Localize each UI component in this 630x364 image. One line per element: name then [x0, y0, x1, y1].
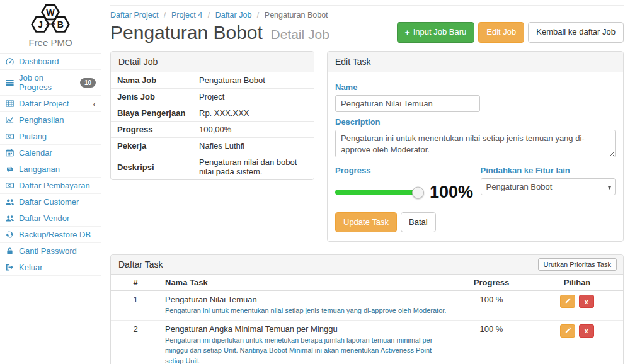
signout-icon: [5, 263, 14, 272]
retweet-icon: [5, 164, 14, 174]
sidebar-item-daftar-pembayaran[interactable]: Daftar Pembayaran: [0, 178, 101, 194]
column-pilihan: Pilihan: [531, 275, 623, 291]
money-icon: [5, 181, 14, 190]
sidebar-item-langganan[interactable]: Langganan: [0, 161, 101, 178]
delete-x-icon: x: [585, 327, 588, 334]
sidebar-item-keluar[interactable]: Keluar: [0, 259, 101, 276]
table-icon: [5, 99, 14, 108]
breadcrumb-current: Pengaturan Bobot: [265, 11, 328, 20]
detail-row-biaya-pengerjaan: Biaya Pengerjaan Rp. XXX.XXX: [111, 105, 314, 122]
dashboard-icon: [5, 57, 14, 66]
task-num: 1: [111, 291, 160, 321]
column-progress: Progress: [452, 275, 531, 291]
progress-value: 100%: [430, 183, 473, 202]
plus-icon: +: [405, 28, 410, 37]
progress-label: Progress: [335, 166, 476, 175]
tasks-icon: [5, 78, 14, 88]
task-table: # Nama Task Progress Pilihan 1 Pengatura…: [111, 275, 623, 364]
sidebar-item-label: Backup/Restore DB: [19, 230, 91, 239]
sidebar-item-dashboard[interactable]: Dashboard: [0, 54, 101, 70]
sidebar-item-daftar-vendor[interactable]: Daftar Vendor: [0, 210, 101, 227]
progress-row: Progress 100% Pindahkan ke Fitur lain: [335, 161, 616, 202]
svg-text:J: J: [38, 20, 43, 30]
brand-name: Free PMO: [0, 37, 101, 48]
edit-task-row-button[interactable]: [560, 324, 575, 338]
edit-job-button[interactable]: Edit Job: [478, 22, 524, 42]
page-header: Pengaturan Bobot Detail Job + Input Job …: [110, 22, 624, 43]
sidebar-item-job-on-progress[interactable]: Job on Progress 10: [0, 70, 101, 96]
sidebar-item-daftar-project[interactable]: Daftar Project ‹: [0, 96, 101, 112]
task-description: Pengaturan ini untuk menentukan nilai se…: [165, 305, 447, 316]
detail-value: Rp. XXX.XXX: [193, 105, 314, 122]
job-count-badge: 10: [80, 78, 96, 88]
task-name-input[interactable]: [335, 95, 480, 112]
name-label: Name: [335, 82, 616, 92]
task-row: 1 Pengaturan Nilai Temuan Pengaturan ini…: [111, 291, 623, 321]
description-label: Description: [335, 117, 616, 127]
sidebar-item-label: Calendar: [19, 148, 52, 157]
breadcrumb-daftar-job[interactable]: Daftar Job: [215, 11, 252, 20]
task-description-textarea[interactable]: Pengaturan ini untuk menentukan nilai se…: [335, 130, 616, 157]
top-divider: [110, 5, 624, 6]
sidebar-menu: Dashboard Job on Progress 10 Daftar Proj…: [0, 53, 101, 276]
sidebar-item-backup-restore-db[interactable]: Backup/Restore DB: [0, 227, 101, 243]
sidebar-item-daftar-customer[interactable]: Daftar Customer: [0, 194, 101, 210]
sidebar-item-calendar[interactable]: Calendar: [0, 145, 101, 161]
svg-text:.com: .com: [46, 21, 55, 25]
delete-task-row-button[interactable]: x: [579, 295, 594, 308]
chevron-left-icon: ‹: [93, 100, 96, 108]
sidebar-item-ganti-password[interactable]: Ganti Password: [0, 243, 101, 259]
progress-column: Progress 100%: [335, 161, 476, 202]
page-title: Pengaturan Bobot: [110, 22, 263, 43]
breadcrumb-separator: /: [208, 11, 210, 20]
daftar-task-panel: Daftar Task Urutkan Prioritas Task # Nam…: [110, 254, 624, 364]
batal-button[interactable]: Batal: [401, 212, 436, 232]
sidebar-item-label: Daftar Vendor: [19, 213, 69, 223]
progress-slider[interactable]: [335, 190, 418, 195]
breadcrumb-separator: /: [164, 11, 166, 20]
progress-slider-fill: [335, 190, 418, 195]
breadcrumb-project-4[interactable]: Project 4: [171, 11, 202, 20]
kembali-ke-daftar-job-button[interactable]: Kembali ke daftar Job: [528, 22, 624, 42]
delete-task-row-button[interactable]: x: [579, 324, 594, 338]
breadcrumb-separator: /: [257, 11, 259, 20]
daftar-task-title: Daftar Task: [118, 259, 163, 270]
sidebar-item-penghasilan[interactable]: Penghasilan: [0, 112, 101, 128]
detail-label: Biaya Pengerjaan: [111, 105, 193, 122]
edit-task-body: Name Description Pengaturan ini untuk me…: [328, 72, 623, 241]
detail-value: Project: [193, 89, 314, 105]
task-progress: 100 %: [452, 320, 531, 364]
task-description: Pengaturan ini diperlukan untuk menetuka…: [165, 335, 447, 364]
update-task-button[interactable]: Update Task: [335, 212, 397, 232]
move-column: Pindahkan ke Fitur lain Pengaturan Bobot…: [476, 161, 616, 202]
svg-text:B: B: [57, 20, 64, 30]
urutkan-prioritas-task-button-top[interactable]: Urutkan Prioritas Task: [538, 258, 617, 271]
money-icon: [5, 132, 14, 141]
detail-row-jenis-job: Jenis Job Project: [111, 89, 314, 105]
header-actions: + Input Job Baru Edit Job Kembali ke daf…: [397, 22, 624, 42]
task-actions-cell: x: [531, 320, 623, 364]
edit-task-row-button[interactable]: [560, 295, 575, 308]
button-label: Edit Job: [486, 26, 516, 38]
sidebar-item-label: Daftar Customer: [19, 197, 79, 207]
input-job-baru-button[interactable]: + Input Job Baru: [397, 22, 475, 42]
edit-task-actions: Update Task Batal: [335, 212, 616, 232]
sidebar-item-label: Langganan: [19, 164, 60, 174]
users-icon: [5, 197, 14, 207]
svg-text:W: W: [46, 8, 55, 18]
line-chart-icon: [5, 115, 14, 125]
move-feature-select[interactable]: Pengaturan Bobot: [481, 178, 616, 195]
breadcrumb-daftar-project[interactable]: Daftar Project: [110, 11, 158, 20]
sidebar-item-label: Dashboard: [19, 57, 59, 66]
edit-pencil-icon: [564, 297, 571, 305]
breadcrumb: Daftar Project / Project 4 / Daftar Job …: [110, 11, 624, 20]
progress-slider-thumb[interactable]: [412, 186, 424, 198]
sidebar-item-label: Penghasilan: [19, 115, 64, 125]
task-name-cell: Pengaturan Nilai Temuan Pengaturan ini u…: [160, 291, 452, 321]
detail-label: Pekerja: [111, 138, 193, 154]
page-title-group: Pengaturan Bobot Detail Job: [110, 22, 329, 43]
jwb-logo-icon: W J B .com: [26, 4, 75, 34]
refresh-icon: [5, 230, 14, 239]
sidebar-item-piutang[interactable]: Piutang: [0, 128, 101, 145]
detail-label: Nama Job: [111, 72, 193, 89]
